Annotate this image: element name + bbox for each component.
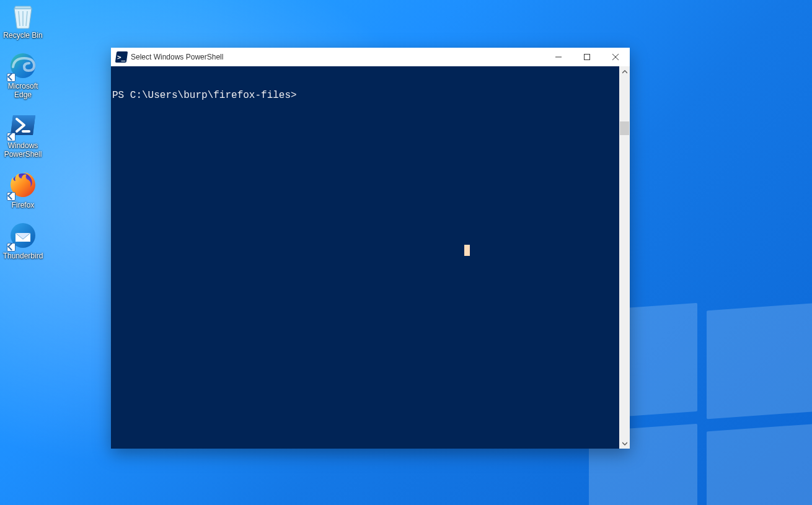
powershell-icon (8, 110, 38, 140)
desktop-icon-label: Thunderbird (3, 252, 43, 260)
scroll-up-button[interactable] (619, 66, 630, 77)
shortcut-overlay-icon (7, 192, 15, 201)
desktop-icon-windows-powershell[interactable]: Windows PowerShell (1, 110, 45, 159)
terminal-prompt: PS C:\Users\burp\firefox-files> (112, 90, 297, 101)
shortcut-overlay-icon (7, 73, 15, 82)
edge-icon (8, 51, 38, 81)
terminal-output[interactable]: PS C:\Users\burp\firefox-files> (111, 66, 619, 449)
chevron-down-icon (622, 441, 627, 446)
maximize-button[interactable] (573, 48, 601, 66)
minimize-icon (555, 54, 562, 60)
maximize-icon (584, 54, 590, 60)
scroll-down-button[interactable] (619, 438, 630, 449)
desktop-icon-label: Microsoft Edge (1, 82, 45, 99)
chevron-up-icon (622, 69, 627, 74)
vertical-scrollbar[interactable] (619, 66, 630, 449)
desktop-icon-firefox[interactable]: Firefox (1, 170, 45, 209)
scrollbar-track[interactable] (619, 77, 630, 438)
shortcut-overlay-icon (7, 133, 15, 141)
minimize-button[interactable] (544, 48, 573, 66)
scrollbar-thumb[interactable] (620, 121, 629, 135)
desktop-icon-thunderbird[interactable]: Thunderbird (1, 221, 45, 260)
desktop-icon-label: Recycle Bin (3, 31, 42, 40)
powershell-app-icon: >_ (115, 51, 128, 63)
shortcut-overlay-icon (7, 243, 15, 252)
firefox-icon (8, 170, 38, 200)
window-title: Select Windows PowerShell (131, 53, 223, 61)
desktop-icon-label: Firefox (12, 201, 35, 209)
desktop-icon-recycle-bin[interactable]: Recycle Bin (1, 0, 45, 40)
close-icon (612, 54, 619, 60)
desktop-icon-microsoft-edge[interactable]: Microsoft Edge (1, 51, 45, 99)
recycle-bin-icon (8, 0, 38, 30)
desktop-icons: Recycle Bin Microsoft Edge (1, 0, 51, 271)
terminal-area: PS C:\Users\burp\firefox-files> (111, 66, 630, 449)
thunderbird-icon (8, 221, 38, 250)
svg-rect-5 (585, 55, 590, 60)
powershell-window[interactable]: >_ Select Windows PowerShell PS C:\Users… (111, 48, 630, 449)
terminal-selection-cursor (464, 245, 470, 256)
window-titlebar[interactable]: >_ Select Windows PowerShell (111, 48, 630, 66)
desktop[interactable]: Recycle Bin Microsoft Edge (0, 0, 812, 505)
desktop-icon-label: Windows PowerShell (1, 141, 45, 159)
close-button[interactable] (601, 48, 630, 66)
